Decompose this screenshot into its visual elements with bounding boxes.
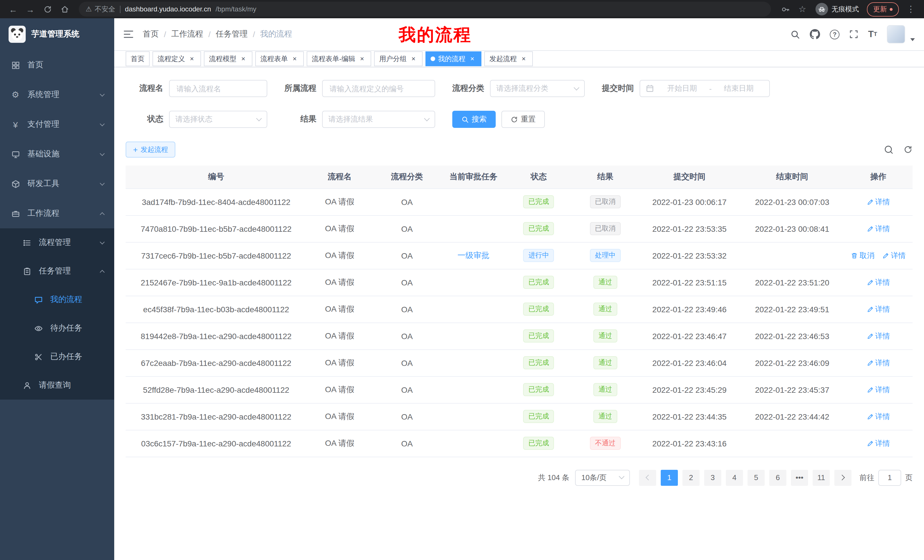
close-icon[interactable]: ×	[410, 55, 417, 63]
page-ellipsis[interactable]: •••	[791, 470, 808, 485]
status-badge: 已完成	[524, 383, 554, 396]
page-content: 流程名 所属流程 流程分类 请选择流程分类 提交时间	[114, 67, 924, 560]
status-select[interactable]: 请选择状态	[169, 111, 267, 128]
start-date-placeholder[interactable]: 开始日期	[657, 83, 707, 94]
address-bar[interactable]: ⚠ 不安全 dashboard.yudao.iocoder.cn/bpm/tas…	[79, 2, 771, 16]
process-definition-input[interactable]	[322, 80, 435, 97]
cancel-link[interactable]: 取消	[851, 250, 874, 261]
column-header-submit-time: 提交时间	[639, 166, 740, 189]
total-count: 共 104 条	[538, 472, 569, 483]
tab-user-group[interactable]: 用户分组 ×	[374, 51, 423, 66]
tab-process-model[interactable]: 流程模型 ×	[204, 51, 252, 66]
process-name-label: 流程名	[126, 83, 164, 94]
goto-page-input[interactable]	[878, 470, 901, 485]
sidebar-item-task-management[interactable]: 任务管理	[0, 257, 114, 285]
sidebar-item-process-management[interactable]: 流程管理	[0, 228, 114, 257]
hamburger-icon[interactable]	[123, 30, 134, 39]
forward-icon[interactable]: →	[23, 2, 38, 16]
sidebar-item-done-tasks[interactable]: 已办任务	[0, 343, 114, 371]
reload-icon[interactable]	[40, 2, 55, 16]
yen-icon: ¥	[10, 120, 21, 129]
tab-process-definition[interactable]: 流程定义 ×	[153, 51, 201, 66]
refresh-icon[interactable]	[903, 145, 913, 154]
github-icon[interactable]	[810, 29, 820, 39]
detail-link[interactable]: 详情	[867, 223, 890, 234]
column-header-result: 结果	[572, 166, 639, 189]
breadcrumb-task-management[interactable]: 任务管理	[216, 29, 248, 39]
detail-link[interactable]: 详情	[867, 331, 890, 341]
close-icon[interactable]: ×	[520, 55, 528, 63]
process-category-select[interactable]: 请选择流程分类	[490, 80, 585, 97]
sidebar-item-my-process[interactable]: 我的流程	[0, 285, 114, 314]
fullscreen-icon[interactable]	[849, 30, 858, 39]
page-button-3[interactable]: 3	[704, 470, 721, 485]
sidebar-item-leave-query[interactable]: 请假查询	[0, 371, 114, 400]
search-icon[interactable]	[790, 29, 800, 39]
browser-home-icon[interactable]	[57, 2, 72, 16]
tab-start-process[interactable]: 发起流程 ×	[484, 51, 533, 66]
tab-process-form-edit[interactable]: 流程表单-编辑 ×	[307, 51, 371, 66]
back-icon[interactable]: ←	[6, 2, 21, 16]
key-icon[interactable]	[778, 2, 793, 16]
page-button-1[interactable]: 1	[661, 470, 678, 485]
close-icon[interactable]: ×	[239, 55, 247, 63]
tab-process-form[interactable]: 流程表单 ×	[255, 51, 304, 66]
close-icon[interactable]: ×	[291, 55, 298, 63]
detail-link[interactable]: 详情	[882, 250, 906, 261]
detail-link[interactable]: 详情	[867, 438, 890, 448]
prev-page-button[interactable]	[639, 470, 656, 485]
tab-my-process[interactable]: 我的流程 ×	[426, 51, 482, 66]
result-select[interactable]: 请选择流结果	[322, 111, 435, 128]
toggle-search-icon[interactable]	[884, 145, 893, 154]
sidebar-item-home[interactable]: 首页	[0, 50, 114, 80]
detail-link[interactable]: 详情	[867, 411, 890, 422]
page-button-5[interactable]: 5	[747, 470, 765, 485]
tab-home[interactable]: 首页	[126, 51, 150, 66]
detail-link[interactable]: 详情	[867, 358, 890, 368]
table-row: 7470a810-7b9b-11ec-b5b7-acde48001122 OA …	[126, 215, 913, 242]
caret-down-icon[interactable]	[910, 38, 915, 41]
submit-time-range-picker[interactable]: 开始日期 - 结束日期	[640, 80, 770, 97]
next-page-button[interactable]	[834, 470, 852, 485]
task-link[interactable]: 一级审批	[458, 250, 489, 259]
start-process-button[interactable]: + 发起流程	[126, 142, 176, 157]
close-icon[interactable]: ×	[358, 55, 366, 63]
detail-link[interactable]: 详情	[867, 197, 890, 207]
sidebar-item-todo-tasks[interactable]: 待办任务	[0, 314, 114, 343]
end-date-placeholder[interactable]: 结束日期	[714, 83, 764, 94]
detail-link[interactable]: 详情	[867, 277, 890, 287]
sidebar-item-system[interactable]: ⚙ 系统管理	[0, 80, 114, 109]
cell-id: 2152467e-7b9b-11ec-9a1b-acde48001122	[126, 269, 307, 296]
more-vertical-icon[interactable]: ⋮	[903, 2, 918, 16]
dashboard-icon	[10, 61, 21, 69]
sidebar-item-payment[interactable]: ¥ 支付管理	[0, 109, 114, 139]
page-button-6[interactable]: 6	[769, 470, 786, 485]
cell-submit-time: 2022-01-22 23:53:35	[639, 215, 740, 242]
app-logo[interactable]: 芋道管理系统	[0, 18, 114, 50]
list-icon	[22, 238, 32, 247]
page-button-11[interactable]: 11	[813, 470, 830, 485]
detail-link[interactable]: 详情	[867, 304, 890, 314]
page-button-4[interactable]: 4	[726, 470, 743, 485]
sidebar-item-devtools[interactable]: 研发工具	[0, 169, 114, 199]
close-icon[interactable]: ×	[468, 55, 476, 63]
page-size-select[interactable]: 10条/页	[575, 470, 630, 485]
detail-link[interactable]: 详情	[867, 385, 890, 395]
process-name-input[interactable]	[169, 80, 267, 97]
help-icon[interactable]: ?	[830, 29, 840, 39]
close-icon[interactable]: ×	[188, 55, 196, 63]
font-size-icon[interactable]: TT	[868, 30, 877, 39]
update-button[interactable]: 更新	[867, 2, 899, 16]
star-icon[interactable]: ☆	[795, 2, 810, 16]
search-button[interactable]: 搜索	[452, 111, 496, 128]
breadcrumb-home[interactable]: 首页	[143, 29, 159, 39]
avatar[interactable]	[887, 25, 905, 43]
breadcrumb-workflow[interactable]: 工作流程	[171, 29, 203, 39]
cell-category: OA	[373, 215, 441, 242]
page-button-2[interactable]: 2	[682, 470, 700, 485]
reset-button[interactable]: 重置	[501, 111, 545, 128]
column-header-task: 当前审批任务	[441, 166, 506, 189]
sidebar-item-infrastructure[interactable]: 基础设施	[0, 139, 114, 169]
cell-submit-time: 2022-01-22 23:51:15	[639, 269, 740, 296]
sidebar-item-workflow[interactable]: 工作流程	[0, 199, 114, 228]
